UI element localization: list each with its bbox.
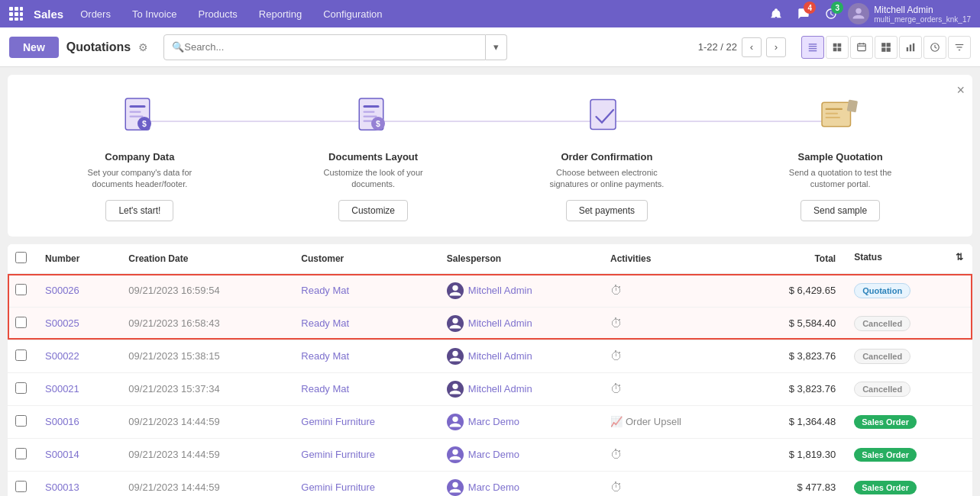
view-pivot-button[interactable] [875,36,898,59]
header-number[interactable]: Number [36,244,119,274]
row-checkbox[interactable] [15,284,27,295]
salesperson-avatar [447,282,464,299]
row-activities[interactable]: ⏱ [601,307,742,340]
header-total[interactable]: Total [742,244,845,274]
row-customer[interactable]: Gemini Furniture [292,405,438,438]
banner-close-button[interactable]: × [956,82,965,98]
search-dropdown-button[interactable]: ▾ [486,34,507,60]
svg-rect-24 [881,47,885,51]
view-calendar-button[interactable] [850,36,873,59]
pagination-prev[interactable]: ‹ [742,37,762,57]
activity-button[interactable]: 3 [820,3,842,24]
row-customer[interactable]: Gemini Furniture [292,438,438,471]
apps-grid-button[interactable] [9,7,23,21]
user-avatar [848,3,869,24]
row-activities[interactable]: ⏱ [601,372,742,405]
row-date: 09/21/2023 16:59:54 [119,274,292,308]
row-date: 09/21/2023 14:44:59 [119,405,292,438]
nav-item-orders[interactable]: Orders [70,0,121,27]
salesperson-name: Marc Demo [468,482,519,493]
svg-rect-15 [838,43,842,47]
row-number[interactable]: S00025 [36,307,119,340]
table-row[interactable]: S00021 09/21/2023 15:37:34 Ready Mat Mit… [8,372,972,405]
settings-icon[interactable]: ⚙ [138,41,148,53]
step-docs-btn[interactable]: Customize [338,200,408,221]
table-row[interactable]: S00025 09/21/2023 16:58:43 Ready Mat Mit… [8,307,972,340]
clock-icon[interactable]: ⏱ [610,448,623,462]
step-sample-btn[interactable]: Send sample [800,200,880,221]
row-activities[interactable]: ⏱ [601,274,742,308]
salesperson-name: Mitchell Admin [468,383,532,395]
header-salesperson[interactable]: Salesperson [438,244,601,274]
order-confirmation-icon [580,90,633,143]
header-creation-date[interactable]: Creation Date [119,244,292,274]
search-input[interactable] [184,41,477,53]
filter-options-button[interactable] [948,36,971,59]
row-number[interactable]: S00016 [36,405,119,438]
step-company-btn[interactable]: Let's start! [105,200,173,221]
search-box[interactable]: 🔍 [163,34,486,60]
row-customer[interactable]: Ready Mat [292,307,438,340]
bell-button[interactable] [765,3,787,24]
row-customer[interactable]: Ready Mat [292,372,438,405]
row-customer[interactable]: Gemini Furniture [292,471,438,496]
clock-icon[interactable]: ⏱ [610,317,623,330]
table-row[interactable]: S00013 09/21/2023 14:44:59 Gemini Furnit… [8,471,972,496]
user-menu-button[interactable]: Mitchell Admin multi_merge_orders_knk_17 [848,3,971,24]
row-number[interactable]: S00021 [36,372,119,405]
row-number[interactable]: S00013 [36,471,119,496]
clock-icon[interactable]: ⏱ [610,481,623,494]
clock-icon[interactable]: ⏱ [610,382,623,396]
row-number[interactable]: S00014 [36,438,119,471]
row-checkbox[interactable] [15,382,27,394]
clock-icon[interactable]: ⏱ [610,349,623,363]
view-activity-button[interactable] [923,36,946,59]
nav-item-reporting[interactable]: Reporting [248,0,312,27]
table-row[interactable]: S00026 09/21/2023 16:59:54 Ready Mat Mit… [8,274,972,308]
row-activities[interactable]: ⏱ [601,438,742,471]
status-badge: Sales Order [854,415,917,429]
table-row[interactable]: S00022 09/21/2023 15:38:15 Ready Mat Mit… [8,340,972,372]
table-row[interactable]: S00014 09/21/2023 14:44:59 Gemini Furnit… [8,438,972,471]
svg-rect-46 [590,100,616,130]
row-number[interactable]: S00026 [36,274,119,308]
salesperson-avatar [447,414,464,430]
view-kanban-button[interactable] [826,36,849,59]
pagination-next[interactable]: › [766,37,786,57]
row-total: $ 6,429.65 [742,274,845,308]
header-status[interactable]: Status ⇅ [845,244,972,270]
row-customer[interactable]: Ready Mat [292,274,438,308]
row-number[interactable]: S00022 [36,340,119,372]
row-checkbox[interactable] [15,317,27,328]
row-checkbox[interactable] [15,349,27,361]
row-checkbox-cell [8,307,36,340]
setup-banner: × $ Company Data Set your company's data… [8,75,972,237]
select-all-checkbox[interactable] [15,252,27,263]
row-checkbox[interactable] [15,415,27,427]
svg-rect-51 [847,100,858,113]
activity-badge: 3 [831,2,843,14]
row-activities[interactable]: ⏱ [601,471,742,496]
table-row[interactable]: S00016 09/21/2023 14:44:59 Gemini Furnit… [8,405,972,438]
step-order-btn[interactable]: Set payments [566,200,648,221]
clock-icon[interactable]: ⏱ [610,284,623,298]
nav-item-configuration[interactable]: Configuration [312,0,393,27]
header-customer[interactable]: Customer [292,244,438,274]
new-button[interactable]: New [9,37,59,58]
row-checkbox[interactable] [15,481,27,492]
svg-point-9 [856,8,862,14]
header-activities[interactable]: Activities [601,244,742,274]
row-activities[interactable]: 📈Order Upsell [601,405,742,438]
view-graph-button[interactable] [899,36,922,59]
banner-step-company: $ Company Data Set your company's data f… [23,90,257,221]
messages-button[interactable]: 4 [793,3,814,24]
nav-item-products[interactable]: Products [187,0,247,27]
row-activities[interactable]: ⏱ [601,340,742,372]
column-filter-icon[interactable]: ⇅ [956,252,963,262]
nav-item-to-invoice[interactable]: To Invoice [121,0,188,27]
view-list-button[interactable] [801,36,824,59]
svg-point-56 [452,416,458,421]
row-checkbox[interactable] [15,448,27,459]
svg-rect-43 [363,121,372,122]
row-customer[interactable]: Ready Mat [292,340,438,372]
